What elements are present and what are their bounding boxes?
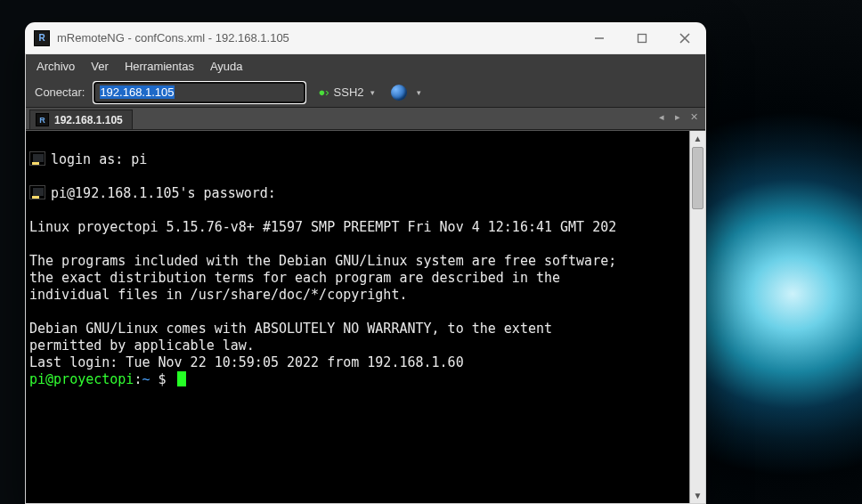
svg-rect-0	[638, 34, 646, 42]
close-button[interactable]	[663, 22, 706, 53]
terminal-line: login as: pi	[51, 151, 147, 168]
tab-label: 192.168.1.105	[54, 114, 123, 126]
tab-close-icon[interactable]: ✕	[687, 111, 700, 123]
app-icon: R	[34, 30, 50, 46]
menu-item-herramientas[interactable]: Herramientas	[125, 60, 194, 73]
chevron-down-icon: ▾	[370, 88, 375, 97]
connect-icon: ●›	[318, 86, 329, 98]
terminal-cursor	[177, 371, 186, 386]
putty-icon	[29, 151, 45, 166]
tab-controls: ◂ ▸ ✕	[655, 111, 700, 123]
scroll-up-icon[interactable]: ▲	[690, 131, 705, 146]
session-tab[interactable]: R 192.168.1.105	[29, 110, 133, 129]
terminal-line: Last login: Tue Nov 22 10:59:05 2022 fro…	[29, 354, 464, 370]
scroll-down-icon[interactable]: ▼	[690, 488, 705, 503]
address-input[interactable]	[94, 82, 305, 103]
protocol-selector[interactable]: ●› SSH2 ▾	[313, 85, 379, 99]
terminal-line: Debian GNU/Linux comes with ABSOLUTELY N…	[29, 321, 552, 337]
client-area: Archivo Ver Herramientas Ayuda Conectar:…	[25, 53, 706, 504]
connect-toolbar: Conectar: ●› SSH2 ▾ ▾	[26, 77, 705, 108]
session-icon: R	[36, 113, 49, 126]
terminal-line: Linux proyectopi 5.15.76-v8+ #1597 SMP P…	[29, 219, 616, 235]
tab-strip: R 192.168.1.105 ◂ ▸ ✕	[26, 108, 705, 130]
protocol-label: SSH2	[334, 85, 364, 99]
prompt-symbol: $	[150, 371, 174, 387]
terminal-line: permitted by applicable law.	[29, 337, 255, 354]
menu-item-archivo[interactable]: Archivo	[37, 60, 75, 73]
tab-prev-icon[interactable]: ◂	[655, 111, 668, 123]
menubar: Archivo Ver Herramientas Ayuda	[26, 54, 705, 77]
prompt-user: pi@proyectopi	[29, 371, 134, 387]
tab-next-icon[interactable]: ▸	[671, 111, 684, 123]
window-title: mRemoteNG - confCons.xml - 192.168.1.105	[57, 31, 289, 45]
vertical-scrollbar[interactable]: ▲ ▼	[689, 131, 705, 503]
terminal-line: the exact distribution terms for each pr…	[29, 270, 560, 286]
terminal-line: The programs included with the Debian GN…	[29, 253, 616, 269]
menu-item-ver[interactable]: Ver	[91, 60, 109, 73]
maximize-button[interactable]	[621, 22, 663, 53]
minimize-button[interactable]	[578, 22, 621, 53]
titlebar[interactable]: R mRemoteNG - confCons.xml - 192.168.1.1…	[25, 22, 706, 53]
terminal-line: pi@192.168.1.105's password:	[51, 185, 276, 202]
chevron-down-icon[interactable]: ▾	[417, 88, 421, 97]
terminal-pane: login as: pi pi@192.168.1.105's password…	[26, 130, 705, 503]
putty-icon	[29, 185, 45, 199]
menu-item-ayuda[interactable]: Ayuda	[210, 60, 243, 73]
globe-icon[interactable]	[391, 85, 407, 101]
app-window: R mRemoteNG - confCons.xml - 192.168.1.1…	[25, 22, 706, 504]
connect-label: Conectar:	[35, 85, 85, 99]
scroll-thumb[interactable]	[692, 147, 703, 209]
terminal[interactable]: login as: pi pi@192.168.1.105's password…	[26, 131, 689, 503]
terminal-line: individual files in /usr/share/doc/*/cop…	[29, 287, 407, 303]
